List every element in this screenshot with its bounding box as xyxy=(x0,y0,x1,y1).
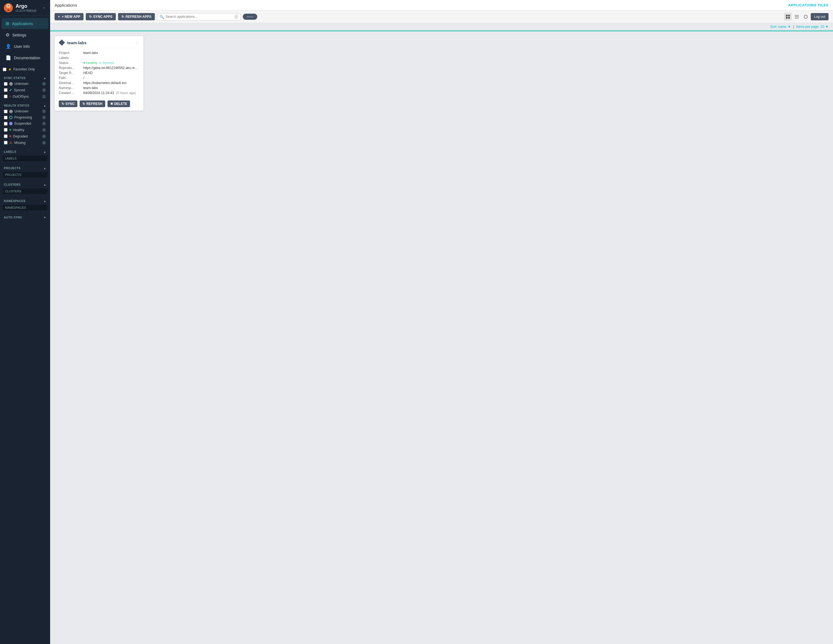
clusters-header: CLUSTERS ▲ xyxy=(3,182,47,187)
sync-filter-synced[interactable]: ✔ Synced 3 xyxy=(3,87,47,93)
nav-item-applications[interactable]: ⊞ Applications xyxy=(2,18,48,29)
view-mode-label: APPLICATIONS TILES xyxy=(788,3,828,7)
svg-point-13 xyxy=(804,15,807,18)
nav-item-settings[interactable]: ⚙ Settings xyxy=(2,29,48,40)
card-diamond-icon xyxy=(59,40,65,46)
refresh-apps-button[interactable]: ↻ REFRESH APPS xyxy=(118,13,155,20)
clusters-filter-input[interactable]: CLUSTERS xyxy=(3,188,47,194)
namespaces-filter-input[interactable]: NAMESPACES xyxy=(3,205,47,210)
settings-icon: ⚙ xyxy=(6,32,10,38)
sort-bar: Sort: name ▼ | Items per page: 10 ▼ xyxy=(50,23,833,31)
projects-collapse-icon[interactable]: ▲ xyxy=(43,167,46,170)
delete-button[interactable]: ✖ DELETE xyxy=(108,100,130,107)
new-app-button[interactable]: + + NEW APP xyxy=(55,13,84,20)
health-status-collapse-icon[interactable]: ▲ xyxy=(43,104,46,107)
repository-value: https://gitea.tst-8612190552.aks.redku..… xyxy=(83,66,140,70)
sync-filter-unknown[interactable]: ? Unknown 0 xyxy=(3,81,47,87)
status-field-label: Status: xyxy=(59,61,81,65)
card-title: team-labs xyxy=(59,40,87,46)
health-heart-icon: ♥ xyxy=(83,61,85,65)
missing-icon: ⚠ xyxy=(9,141,13,145)
health-filter-unknown[interactable]: ? Unknown 0 xyxy=(3,108,47,114)
sync-status-header: SYNC STATUS ▲ xyxy=(3,75,47,81)
health-status-header: HEALTH STATUS ▲ xyxy=(3,103,47,108)
health-suspended-checkbox[interactable] xyxy=(4,122,8,125)
logo-area: Argo v2.10.4+f5d63a5 xyxy=(3,3,37,13)
favorites-filter[interactable]: ★ Favorites Only xyxy=(0,66,50,73)
health-status-title: HEALTH STATUS xyxy=(4,104,29,107)
filter-button[interactable]: —— xyxy=(243,14,257,20)
search-kbd-shortcut: / xyxy=(235,15,238,19)
nav-label-user-info: User Info xyxy=(14,44,30,49)
health-unknown-count: 0 xyxy=(42,109,46,113)
sidebar-header: Argo v2.10.4+f5d63a5 ← xyxy=(0,0,50,16)
health-degraded-checkbox[interactable] xyxy=(4,135,8,138)
labels-collapse-icon[interactable]: ▲ xyxy=(43,150,46,153)
nav-item-user-info[interactable]: 👤 User Info xyxy=(2,41,48,52)
favorites-checkbox[interactable] xyxy=(3,67,6,71)
project-value: team-labs xyxy=(83,51,140,55)
user-icon: 👤 xyxy=(6,44,11,49)
status-value: ♥ Healthy ✔ Synced xyxy=(83,61,114,65)
star-icon: ★ xyxy=(8,67,12,72)
health-unknown-checkbox[interactable] xyxy=(4,110,8,113)
logo-text: Argo v2.10.4+f5d63a5 xyxy=(16,3,37,12)
sort-label[interactable]: Sort: name xyxy=(770,25,786,29)
items-per-page-chevron-icon[interactable]: ▼ xyxy=(825,25,828,29)
card-row-project: Project: team-labs xyxy=(59,50,140,55)
health-filter-suspended[interactable]: Suspended 0 xyxy=(3,120,47,127)
app-name[interactable]: team-labs xyxy=(67,40,87,45)
auto-sync-collapse-icon[interactable]: ▼ xyxy=(43,216,46,219)
documentation-icon: 📄 xyxy=(6,55,11,60)
auto-sync-header: AUTO SYNC ▼ xyxy=(3,215,47,220)
chart-view-button[interactable] xyxy=(802,13,810,21)
sync-outofsync-checkbox[interactable] xyxy=(4,95,8,98)
health-degraded-label: Degraded xyxy=(13,135,40,138)
toolbar: + + NEW APP ↻ SYNC APPS ↻ REFRESH APPS 🔍… xyxy=(50,11,833,23)
grid-view-button[interactable] xyxy=(784,13,792,21)
search-input[interactable] xyxy=(166,15,233,19)
logout-button[interactable]: Log out xyxy=(811,13,828,20)
app-favorite-star[interactable]: ☆ xyxy=(135,40,140,45)
health-healthy-checkbox[interactable] xyxy=(4,128,8,132)
health-filter-degraded[interactable]: ♥ Degraded 0 xyxy=(3,133,47,140)
projects-filter-input[interactable]: PROJECTS xyxy=(3,172,47,178)
card-row-path: Path: / xyxy=(59,75,140,80)
sort-chevron-icon[interactable]: ▼ xyxy=(788,25,791,29)
health-filter-missing[interactable]: ⚠ Missing 0 xyxy=(3,140,47,146)
clusters-collapse-icon[interactable]: ▲ xyxy=(43,183,46,186)
labels-header: LABELS ▲ xyxy=(3,149,47,154)
sync-button[interactable]: ↻ SYNC xyxy=(59,100,77,107)
sync-outofsync-label: OutOfSync xyxy=(13,95,40,98)
health-progressing-label: Progressing xyxy=(14,116,40,119)
view-icons: Log out xyxy=(784,13,828,21)
sync-synced-checkbox[interactable] xyxy=(4,88,8,92)
auto-sync-section: AUTO SYNC ▼ xyxy=(0,213,50,221)
target-revision-field-label: Target R... xyxy=(59,71,81,75)
degraded-icon: ♥ xyxy=(9,134,11,138)
namespaces-collapse-icon[interactable]: ▲ xyxy=(43,199,46,202)
items-per-page-label[interactable]: Items per page: 10 xyxy=(796,25,824,29)
labels-filter-input[interactable]: LABELS xyxy=(3,156,47,161)
sync-apps-icon: ↻ xyxy=(89,15,92,19)
sync-filter-outofsync[interactable]: ↑ OutOfSync 1 xyxy=(3,93,47,100)
sync-unknown-checkbox[interactable] xyxy=(4,82,8,86)
sync-apps-button[interactable]: ↻ SYNC APPS xyxy=(86,13,116,20)
refresh-button[interactable]: ↻ REFRESH xyxy=(80,100,105,107)
card-row-created: Created ... 04/09/2024 11:24:43 (5 hours… xyxy=(59,90,140,95)
unknown-status-icon: ? xyxy=(9,82,13,86)
namespaces-title: NAMESPACES xyxy=(4,199,26,202)
list-view-button[interactable] xyxy=(793,13,801,21)
logo-name: Argo xyxy=(16,3,37,9)
health-progressing-checkbox[interactable] xyxy=(4,116,8,119)
health-filter-healthy[interactable]: ♥ Healthy 4 xyxy=(3,127,47,133)
new-app-plus-icon: + xyxy=(58,15,60,19)
sync-status-collapse-icon[interactable]: ▲ xyxy=(43,77,46,80)
nav-item-documentation[interactable]: 📄 Documentation xyxy=(2,52,48,63)
back-arrow-icon[interactable]: ← xyxy=(42,5,47,10)
sync-synced-label: Synced xyxy=(14,88,40,92)
health-status-section: HEALTH STATUS ▲ ? Unknown 0 Progressing … xyxy=(0,101,50,147)
labels-field-label: Labels: xyxy=(59,56,81,60)
health-filter-progressing[interactable]: Progressing 0 xyxy=(3,114,47,120)
health-missing-checkbox[interactable] xyxy=(4,141,8,145)
